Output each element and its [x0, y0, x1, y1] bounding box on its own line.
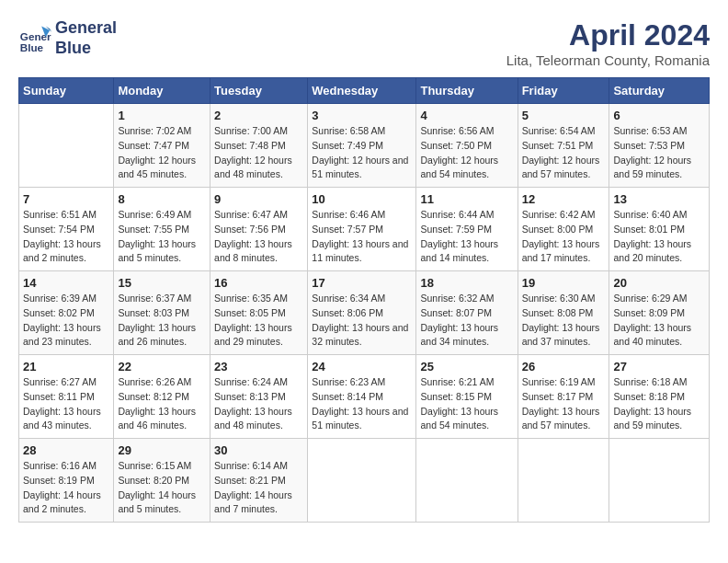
- day-number: 18: [420, 276, 513, 290]
- calendar-week-row: 1Sunrise: 7:02 AMSunset: 7:47 PMDaylight…: [19, 104, 710, 188]
- calendar-cell: 7Sunrise: 6:51 AMSunset: 7:54 PMDaylight…: [19, 188, 114, 271]
- day-number: 3: [312, 109, 412, 122]
- day-number: 30: [214, 443, 303, 457]
- day-number: 9: [214, 192, 303, 206]
- day-info: Sunrise: 6:37 AMSunset: 8:03 PMDaylight:…: [118, 292, 206, 350]
- day-number: 27: [613, 360, 705, 373]
- day-info: Sunrise: 6:44 AMSunset: 7:59 PMDaylight:…: [420, 208, 513, 266]
- day-info: Sunrise: 6:47 AMSunset: 7:56 PMDaylight:…: [214, 208, 303, 266]
- day-number: 19: [522, 276, 606, 290]
- day-info: Sunrise: 6:27 AMSunset: 8:11 PMDaylight:…: [23, 375, 109, 433]
- calendar-week-row: 7Sunrise: 6:51 AMSunset: 7:54 PMDaylight…: [19, 188, 710, 271]
- calendar-cell: 6Sunrise: 6:53 AMSunset: 7:53 PMDaylight…: [609, 104, 710, 188]
- main-title: April 2024: [506, 18, 710, 52]
- weekday-header-wednesday: Wednesday: [308, 78, 416, 104]
- day-info: Sunrise: 6:23 AMSunset: 8:14 PMDaylight:…: [312, 375, 412, 433]
- day-info: Sunrise: 6:21 AMSunset: 8:15 PMDaylight:…: [420, 375, 513, 433]
- calendar-cell: 4Sunrise: 6:56 AMSunset: 7:50 PMDaylight…: [416, 104, 518, 188]
- calendar-week-row: 14Sunrise: 6:39 AMSunset: 8:02 PMDayligh…: [19, 271, 710, 355]
- day-number: 13: [613, 192, 705, 206]
- calendar-cell: [609, 439, 710, 523]
- calendar-body: 1Sunrise: 7:02 AMSunset: 7:47 PMDaylight…: [19, 104, 710, 523]
- calendar-cell: 5Sunrise: 6:54 AMSunset: 7:51 PMDaylight…: [518, 104, 609, 188]
- calendar-cell: 11Sunrise: 6:44 AMSunset: 7:59 PMDayligh…: [416, 188, 518, 271]
- svg-text:Blue: Blue: [20, 41, 44, 53]
- day-info: Sunrise: 6:32 AMSunset: 8:07 PMDaylight:…: [420, 292, 513, 350]
- calendar-cell: 16Sunrise: 6:35 AMSunset: 8:05 PMDayligh…: [210, 271, 308, 355]
- day-number: 5: [522, 109, 606, 122]
- day-number: 6: [613, 109, 705, 122]
- day-info: Sunrise: 6:19 AMSunset: 8:17 PMDaylight:…: [522, 375, 606, 433]
- calendar-cell: 9Sunrise: 6:47 AMSunset: 7:56 PMDaylight…: [210, 188, 308, 271]
- day-info: Sunrise: 6:42 AMSunset: 8:00 PMDaylight:…: [522, 208, 606, 266]
- calendar-cell: 18Sunrise: 6:32 AMSunset: 8:07 PMDayligh…: [416, 271, 518, 355]
- calendar-cell: [416, 439, 518, 523]
- calendar-cell: 20Sunrise: 6:29 AMSunset: 8:09 PMDayligh…: [609, 271, 710, 355]
- weekday-header-monday: Monday: [114, 78, 210, 104]
- location-subtitle: Lita, Teleorman County, Romania: [506, 52, 710, 68]
- calendar-cell: 26Sunrise: 6:19 AMSunset: 8:17 PMDayligh…: [518, 355, 609, 439]
- day-info: Sunrise: 6:24 AMSunset: 8:13 PMDaylight:…: [214, 375, 303, 433]
- calendar-cell: 29Sunrise: 6:15 AMSunset: 8:20 PMDayligh…: [114, 439, 210, 523]
- day-number: 2: [214, 109, 303, 122]
- day-number: 20: [613, 276, 705, 290]
- title-block: April 2024 Lita, Teleorman County, Roman…: [506, 18, 710, 68]
- day-number: 25: [420, 360, 513, 373]
- calendar-cell: 10Sunrise: 6:46 AMSunset: 7:57 PMDayligh…: [308, 188, 416, 271]
- calendar-cell: 13Sunrise: 6:40 AMSunset: 8:01 PMDayligh…: [609, 188, 710, 271]
- day-info: Sunrise: 6:16 AMSunset: 8:19 PMDaylight:…: [23, 459, 109, 517]
- day-info: Sunrise: 6:46 AMSunset: 7:57 PMDaylight:…: [312, 208, 412, 266]
- day-number: 29: [118, 443, 206, 457]
- day-info: Sunrise: 6:53 AMSunset: 7:53 PMDaylight:…: [613, 124, 705, 182]
- day-number: 10: [312, 192, 412, 206]
- day-number: 17: [312, 276, 412, 290]
- day-info: Sunrise: 6:35 AMSunset: 8:05 PMDaylight:…: [214, 292, 303, 350]
- day-info: Sunrise: 6:49 AMSunset: 7:55 PMDaylight:…: [118, 208, 206, 266]
- calendar-week-row: 28Sunrise: 6:16 AMSunset: 8:19 PMDayligh…: [19, 439, 710, 523]
- calendar-cell: 24Sunrise: 6:23 AMSunset: 8:14 PMDayligh…: [308, 355, 416, 439]
- day-number: 4: [420, 109, 513, 122]
- day-info: Sunrise: 7:00 AMSunset: 7:48 PMDaylight:…: [214, 124, 303, 182]
- calendar-cell: 3Sunrise: 6:58 AMSunset: 7:49 PMDaylight…: [308, 104, 416, 188]
- day-number: 21: [23, 360, 109, 373]
- day-number: 14: [23, 276, 109, 290]
- calendar-cell: [518, 439, 609, 523]
- day-number: 11: [420, 192, 513, 206]
- weekday-header-sunday: Sunday: [19, 78, 114, 104]
- day-info: Sunrise: 6:30 AMSunset: 8:08 PMDaylight:…: [522, 292, 606, 350]
- calendar-cell: 25Sunrise: 6:21 AMSunset: 8:15 PMDayligh…: [416, 355, 518, 439]
- calendar-cell: 30Sunrise: 6:14 AMSunset: 8:21 PMDayligh…: [210, 439, 308, 523]
- day-number: 23: [214, 360, 303, 373]
- day-info: Sunrise: 6:15 AMSunset: 8:20 PMDaylight:…: [118, 459, 206, 517]
- day-info: Sunrise: 6:18 AMSunset: 8:18 PMDaylight:…: [613, 375, 705, 433]
- day-number: 26: [522, 360, 606, 373]
- logo-icon: General Blue: [18, 22, 51, 55]
- calendar-cell: 14Sunrise: 6:39 AMSunset: 8:02 PMDayligh…: [19, 271, 114, 355]
- day-info: Sunrise: 6:26 AMSunset: 8:12 PMDaylight:…: [118, 375, 206, 433]
- day-info: Sunrise: 6:29 AMSunset: 8:09 PMDaylight:…: [613, 292, 705, 350]
- day-number: 12: [522, 192, 606, 206]
- weekday-header-friday: Friday: [518, 78, 609, 104]
- calendar-cell: 17Sunrise: 6:34 AMSunset: 8:06 PMDayligh…: [308, 271, 416, 355]
- calendar-week-row: 21Sunrise: 6:27 AMSunset: 8:11 PMDayligh…: [19, 355, 710, 439]
- day-number: 24: [312, 360, 412, 373]
- calendar-cell: 21Sunrise: 6:27 AMSunset: 8:11 PMDayligh…: [19, 355, 114, 439]
- calendar-cell: [19, 104, 114, 188]
- weekday-header-thursday: Thursday: [416, 78, 518, 104]
- weekday-header-row: SundayMondayTuesdayWednesdayThursdayFrid…: [19, 78, 710, 104]
- calendar-cell: 19Sunrise: 6:30 AMSunset: 8:08 PMDayligh…: [518, 271, 609, 355]
- calendar-cell: 8Sunrise: 6:49 AMSunset: 7:55 PMDaylight…: [114, 188, 210, 271]
- day-number: 7: [23, 192, 109, 206]
- day-info: Sunrise: 6:14 AMSunset: 8:21 PMDaylight:…: [214, 459, 303, 517]
- calendar-cell: 15Sunrise: 6:37 AMSunset: 8:03 PMDayligh…: [114, 271, 210, 355]
- day-info: Sunrise: 7:02 AMSunset: 7:47 PMDaylight:…: [118, 124, 206, 182]
- calendar-cell: 12Sunrise: 6:42 AMSunset: 8:00 PMDayligh…: [518, 188, 609, 271]
- day-number: 28: [23, 443, 109, 457]
- calendar-cell: 23Sunrise: 6:24 AMSunset: 8:13 PMDayligh…: [210, 355, 308, 439]
- logo: General Blue General Blue: [18, 18, 117, 58]
- day-number: 16: [214, 276, 303, 290]
- weekday-header-tuesday: Tuesday: [210, 78, 308, 104]
- calendar-cell: 1Sunrise: 7:02 AMSunset: 7:47 PMDaylight…: [114, 104, 210, 188]
- day-info: Sunrise: 6:51 AMSunset: 7:54 PMDaylight:…: [23, 208, 109, 266]
- calendar-cell: 28Sunrise: 6:16 AMSunset: 8:19 PMDayligh…: [19, 439, 114, 523]
